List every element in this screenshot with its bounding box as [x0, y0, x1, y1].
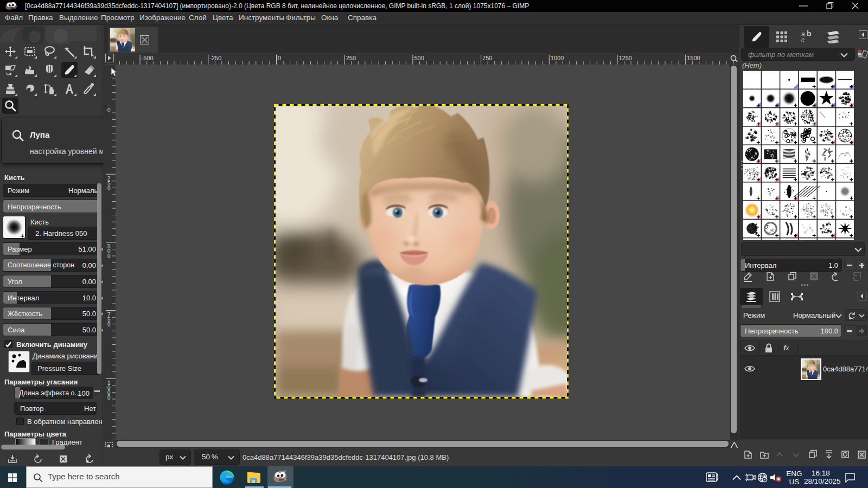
svg-text:0: 0: [107, 107, 111, 113]
svg-text:-250: -250: [209, 55, 221, 61]
svg-text:0: 0: [107, 253, 111, 259]
svg-text:1250: 1250: [619, 55, 632, 61]
svg-text:0: 0: [278, 55, 281, 61]
svg-text:-500: -500: [142, 55, 154, 61]
svg-text:0: 0: [107, 185, 111, 191]
svg-text:250: 250: [346, 55, 356, 61]
svg-text:0: 0: [107, 395, 111, 401]
svg-text:1500: 1500: [687, 55, 700, 61]
svg-text:750: 750: [482, 55, 492, 61]
svg-text:0: 0: [107, 322, 111, 328]
svg-text:500: 500: [414, 55, 424, 61]
svg-text:1000: 1000: [551, 55, 564, 61]
